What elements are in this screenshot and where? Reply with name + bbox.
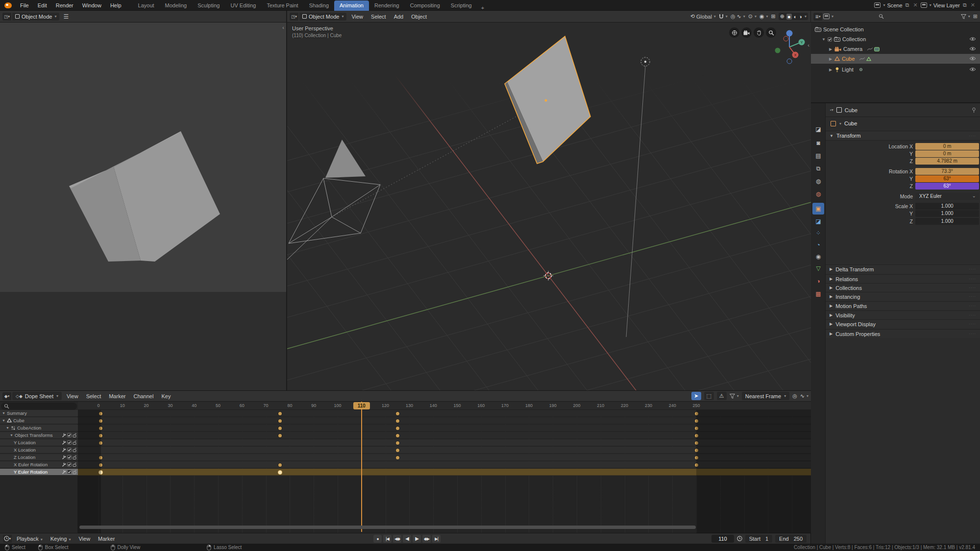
current-frame-badge[interactable]: 110	[353, 402, 370, 409]
play-reverse-button[interactable]: ◀	[403, 535, 411, 543]
keyframe-interpolation-dropdown[interactable]: ∿▾	[800, 393, 808, 399]
lock-icon[interactable]	[73, 455, 76, 459]
mute-checkbox[interactable]	[67, 433, 72, 437]
mute-checkbox[interactable]	[67, 455, 72, 459]
editor-type-icon[interactable]: ▾	[3, 535, 12, 543]
mute-checkbox[interactable]	[67, 462, 72, 467]
show-errors-toggle[interactable]: ⚠	[717, 392, 727, 400]
transform-value-field[interactable]: 4.7982 m	[915, 158, 979, 165]
timeline-menu-playback[interactable]: Playback ▾	[13, 533, 47, 545]
modifier-wrench-icon[interactable]	[62, 433, 66, 437]
dope-menu-select[interactable]: Select	[82, 390, 105, 402]
properties-tab-texture[interactable]: ▩	[812, 288, 824, 300]
only-selected-toggle[interactable]: ➤	[691, 392, 701, 400]
expand-icon[interactable]: ▶	[829, 68, 833, 72]
collapse-icon[interactable]: ▼	[6, 426, 9, 430]
properties-tab-view-layer[interactable]: ⧉	[812, 163, 824, 174]
dope-sheet-mode-dropdown[interactable]: ◇◆ Dope Sheet ▾	[12, 392, 62, 400]
shading-material-button[interactable]: ◐	[794, 14, 797, 20]
viewport-menu-object[interactable]: Object	[407, 11, 431, 23]
keyframe-summary-125[interactable]	[396, 412, 399, 415]
properties-tab-world[interactable]: ◍	[812, 188, 824, 200]
expand-icon[interactable]: ▶	[829, 57, 833, 61]
properties-tab-physics[interactable]: ◔	[812, 239, 824, 251]
show-overlays-toggle[interactable]: ◉▾	[760, 13, 768, 20]
transform-value-field[interactable]: 63°	[915, 175, 979, 182]
outliner-row-collection[interactable]: ▼Collection	[811, 34, 980, 44]
lock-icon[interactable]	[73, 462, 76, 467]
pin-icon[interactable]	[972, 107, 976, 113]
delete-view-layer-button[interactable]: ✕	[970, 2, 976, 8]
snapping-toggle[interactable]: ▾	[719, 14, 728, 19]
transform-value-field[interactable]: 73.3°	[915, 168, 979, 175]
end-frame-field[interactable]: End 250	[775, 535, 807, 543]
keyframe-cube-76[interactable]	[278, 419, 282, 423]
horizontal-scrollbar[interactable]	[79, 526, 696, 529]
expand-icon[interactable]: ▶	[829, 47, 833, 51]
dope-menu-marker[interactable]: Marker	[105, 390, 129, 402]
transform-value-field[interactable]: XYZ Euler	[915, 193, 979, 200]
xray-toggle[interactable]: ⊞	[771, 13, 776, 20]
panel-visibility[interactable]: ▶Visibility····	[826, 311, 980, 319]
modifier-wrench-icon[interactable]	[62, 462, 66, 467]
properties-tab-render[interactable]: ◙	[812, 137, 824, 149]
workspace-tab-modeling[interactable]: Modeling	[160, 0, 193, 11]
workspace-tab-compositing[interactable]: Compositing	[405, 0, 445, 11]
menu-window[interactable]: Window	[78, 0, 106, 11]
panel-relations[interactable]: ▶Relations····	[826, 274, 980, 283]
dope-menu-channel[interactable]: Channel	[129, 390, 157, 402]
outliner-filter-dropdown[interactable]: ▾	[961, 14, 970, 19]
panel-motion-paths[interactable]: ▶Motion Paths····	[826, 301, 980, 310]
transform-orientation-dropdown[interactable]: ⟲ Global ▾	[690, 13, 716, 20]
cube-object[interactable]	[505, 36, 590, 164]
workspace-tab-texture-paint[interactable]: Texture Paint	[261, 0, 303, 11]
move-view-button[interactable]	[754, 27, 764, 38]
transform-panel-header[interactable]: ▼ Transform ····	[826, 131, 980, 141]
keyframe-cubeaction-76[interactable]	[278, 427, 282, 430]
timeline-menu-view[interactable]: View	[74, 533, 94, 545]
menu-help[interactable]: Help	[106, 0, 126, 11]
lock-icon[interactable]	[73, 433, 76, 437]
lock-icon[interactable]	[73, 470, 76, 474]
scene-selector[interactable]: ▾ Scene ⧉ ✕	[874, 2, 918, 8]
viewport-mode-dropdown[interactable]: Object Mode ▾	[299, 13, 346, 21]
hide-in-viewport-eye-icon[interactable]	[969, 47, 976, 51]
play-button[interactable]: ▶	[413, 535, 421, 543]
outliner-row-scene-collection[interactable]: Scene Collection	[811, 24, 980, 34]
properties-tab-material[interactable]: ◑	[812, 275, 824, 287]
snap-dropdown[interactable]: Nearest Frame ▾	[742, 392, 789, 400]
channel-search-input[interactable]	[1, 403, 77, 410]
camera-viewport-mode-dropdown[interactable]: Object Mode ▾	[12, 13, 59, 21]
magnifier-icon[interactable]	[766, 27, 776, 38]
navigation-gizmo[interactable]: Y X	[775, 30, 805, 64]
menu-file[interactable]: File	[16, 0, 33, 11]
zoom-view-button[interactable]	[729, 27, 739, 38]
new-scene-button[interactable]: ⧉	[905, 2, 910, 8]
delete-scene-button[interactable]: ✕	[912, 2, 918, 8]
keyframe-z-location-125[interactable]	[396, 456, 399, 459]
keyframe-cube-125[interactable]	[396, 419, 399, 423]
shading-solid-button[interactable]: ●	[786, 14, 792, 20]
timeline-menu-keying[interactable]: Keying ▾	[47, 533, 75, 545]
keyframe-x-location-125[interactable]	[396, 449, 399, 452]
mute-checkbox[interactable]	[67, 470, 72, 474]
camera-viewport[interactable]: ‹	[0, 23, 287, 390]
blender-logo-icon[interactable]	[4, 2, 12, 8]
panel-instancing[interactable]: ▶Instancing····	[826, 292, 980, 301]
camera-view-button[interactable]	[741, 27, 752, 38]
outliner-row-camera[interactable]: ▶Camera	[811, 44, 980, 54]
hide-in-viewport-eye-icon[interactable]	[969, 56, 976, 61]
panel-custom-properties[interactable]: ▶Custom Properties····	[826, 329, 980, 338]
channel-cubeaction[interactable]: ▼CubeAction	[0, 425, 78, 431]
outliner-display-mode-dropdown[interactable]: ▾	[823, 14, 833, 19]
collapse-icon[interactable]: ▼	[2, 419, 5, 422]
keyframe-object-transforms-76[interactable]	[278, 434, 282, 437]
view-layer-selector[interactable]: ▾ View Layer ⧉ ✕	[921, 2, 976, 8]
channel-y-euler-rotation[interactable]: Y Euler Rotation	[0, 469, 78, 476]
next-keyframe-button[interactable]: ◆▶	[422, 535, 431, 543]
workspace-tab-rendering[interactable]: Rendering	[369, 0, 405, 11]
add-workspace-button[interactable]: +	[477, 5, 488, 11]
menu-render[interactable]: Render	[51, 0, 78, 11]
viewport[interactable]: Y X User Perspective (110) Collection | …	[287, 23, 811, 390]
channel-z-location[interactable]: Z Location	[0, 454, 78, 461]
